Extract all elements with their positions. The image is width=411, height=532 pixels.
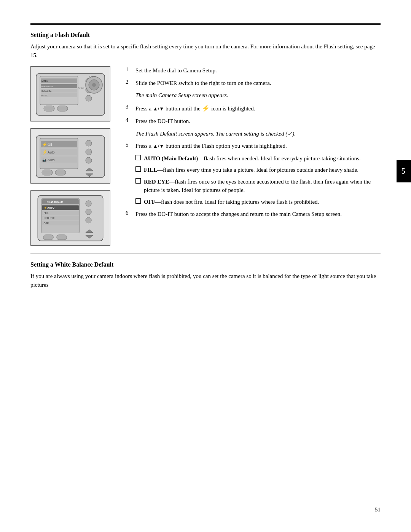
checkbox-list: AUTO (Main Default)—flash fires when nee… (135, 154, 381, 206)
checkbox-auto-text: AUTO (Main Default)—flash fires when nee… (144, 154, 361, 163)
step-2-note: The main Camera Setup screen appears. (135, 91, 381, 100)
redeye-text: —flash fires once so the eyes become acc… (144, 179, 371, 193)
step-5-text: Press a ▲/▼ button until the Flash optio… (135, 142, 287, 150)
svg-text:01/01/1999: 01/01/1999 (41, 85, 53, 88)
section1-title: Setting a Flash Default (30, 32, 381, 38)
section2-title: Setting a White Balance Default (30, 261, 381, 268)
step-6: 6 Press the DO-IT button to accept the c… (126, 210, 381, 219)
section-flash-default: Setting a Flash Default Adjust your came… (30, 32, 381, 246)
svg-text:Flash Default: Flash Default (47, 200, 63, 203)
page-number: 51 (375, 506, 381, 513)
step-3: 3 Press a ▲/▼ button until the ⚡ icon is… (126, 104, 381, 113)
step-3-num: 3 (126, 104, 132, 110)
section-white-balance: Setting a White Balance Default If you a… (30, 261, 381, 289)
svg-text:Select Qu: Select Qu (41, 90, 51, 92)
step-2-num: 2 (126, 79, 132, 85)
step-5-num: 5 (126, 142, 132, 148)
checkbox-redeye-box (135, 178, 141, 184)
svg-text:⚡: ⚡ (42, 149, 48, 155)
section2-intro: If you are always using your camera indo… (30, 272, 381, 289)
svg-text:Menu: Menu (41, 80, 48, 82)
steps-column: 1 Set the Mode dial to Camera Setup. 2 S… (126, 66, 381, 246)
svg-text:OFF: OFF (44, 222, 49, 224)
redeye-label: RED EYE (144, 179, 169, 185)
step-4-text: Press the DO-IT button. (135, 117, 190, 126)
svg-text:Auto: Auto (48, 150, 55, 154)
svg-text:NTSC: NTSC (41, 94, 48, 97)
svg-point-33 (86, 157, 92, 163)
content-area: Menu 01/01/1999 Select Qu NTSC (30, 66, 381, 246)
camera-image-3: Flash Default ⚡ AUTO FILL RED EYE OFF (30, 190, 110, 246)
checkbox-off: OFF—flash does not fire. Ideal for takin… (135, 198, 381, 206)
svg-rect-37 (55, 170, 66, 175)
svg-point-17 (92, 83, 96, 87)
step-1-num: 1 (126, 66, 132, 73)
checkbox-fill-box (135, 166, 141, 172)
page-container: Setting a Flash Default Adjust your came… (0, 0, 411, 532)
svg-point-50 (86, 200, 91, 206)
step-2: 2 Slide the POWER switch to the right to… (126, 79, 381, 88)
step-4-num: 4 (126, 117, 132, 123)
section-divider (30, 253, 381, 254)
svg-point-32 (86, 149, 92, 155)
svg-text:⚡: ⚡ (42, 142, 48, 147)
step-3-text: Press a ▲/▼ button until the ⚡ icon is h… (135, 104, 255, 113)
svg-text:RED EYE: RED EYE (44, 217, 55, 219)
svg-text:⚡ AUTO: ⚡ AUTO (44, 206, 54, 209)
step-6-text: Press the DO-IT button to accept the cha… (135, 210, 342, 219)
svg-text:Capture: Capture (89, 75, 96, 78)
svg-point-12 (86, 95, 92, 101)
fill-text: —flash fires every time you take a pictu… (157, 167, 358, 173)
section1-intro: Adjust your camera so that it is set to … (30, 42, 381, 59)
camera-image-2: ⚡ Off ⚡ Auto 📷 Auto (30, 128, 110, 184)
svg-text:Auto: Auto (48, 158, 55, 162)
step-4-note: The Flash Default screen appears. The cu… (135, 129, 381, 138)
camera-image-1: Menu 01/01/1999 Select Qu NTSC (30, 66, 110, 121)
top-rule-thin (30, 24, 381, 25)
checkbox-off-text: OFF—flash does not fire. Ideal for takin… (144, 198, 319, 206)
svg-rect-55 (43, 235, 54, 240)
svg-text:📷: 📷 (42, 158, 47, 162)
chapter-tab: 5 (397, 160, 411, 182)
auto-label: AUTO (Main Default) (144, 155, 198, 161)
camera-svg-1: Menu 01/01/1999 Select Qu NTSC (32, 68, 108, 120)
step-1: 1 Set the Mode dial to Camera Setup. (126, 66, 381, 75)
images-column: Menu 01/01/1999 Select Qu NTSC (30, 66, 114, 246)
checkbox-auto: AUTO (Main Default)—flash fires when nee… (135, 154, 381, 163)
off-label: OFF (144, 199, 155, 205)
step-4: 4 Press the DO-IT button. (126, 117, 381, 126)
svg-rect-14 (57, 106, 68, 111)
top-rule-thick (30, 23, 381, 24)
checkbox-fill: FILL—flash fires every time you take a p… (135, 166, 381, 174)
svg-rect-56 (57, 235, 67, 240)
svg-rect-13 (44, 106, 54, 111)
checkbox-redeye-text: RED EYE—flash fires once so the eyes bec… (144, 177, 381, 195)
off-text: —flash does not fire. Ideal for taking p… (155, 199, 319, 205)
step-2-text: Slide the POWER switch to the right to t… (135, 79, 271, 88)
checkbox-off-box (135, 198, 141, 204)
fill-label: FILL (144, 167, 157, 173)
step-1-text: Set the Mode dial to Camera Setup. (135, 66, 217, 75)
svg-point-52 (86, 217, 91, 223)
checkbox-auto-box (135, 155, 141, 160)
camera-svg-3: Flash Default ⚡ AUTO FILL RED EYE OFF (32, 192, 108, 244)
step-6-num: 6 (126, 210, 132, 216)
checkbox-redeye: RED EYE—flash fires once so the eyes bec… (135, 177, 381, 195)
auto-text: —flash fires when needed. Ideal for ever… (198, 155, 360, 161)
svg-text:Off: Off (48, 143, 52, 147)
step-5: 5 Press a ▲/▼ button until the Flash opt… (126, 142, 381, 150)
svg-point-31 (86, 140, 92, 146)
svg-point-51 (86, 209, 91, 214)
svg-text:FILL: FILL (44, 212, 49, 214)
svg-rect-36 (42, 170, 53, 175)
checkbox-fill-text: FILL—flash fires every time you take a p… (144, 166, 358, 174)
camera-svg-2: ⚡ Off ⚡ Auto 📷 Auto (32, 130, 108, 182)
svg-text:Review: Review (78, 87, 84, 89)
